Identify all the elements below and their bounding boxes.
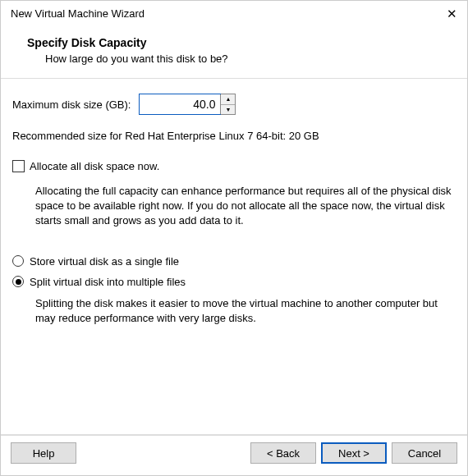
- storage-split-explain: Splitting the disk makes it easier to mo…: [35, 296, 451, 326]
- cancel-button[interactable]: Cancel: [392, 442, 457, 464]
- spinner-down-icon[interactable]: ▼: [221, 105, 235, 115]
- storage-split-row[interactable]: Split virtual disk into multiple files: [12, 276, 456, 288]
- header-section: Specify Disk Capacity How large do you w…: [1, 25, 467, 75]
- wizard-window: New Virtual Machine Wizard ✕ Specify Dis…: [0, 0, 468, 476]
- spinner-up-icon[interactable]: ▲: [221, 94, 235, 105]
- content-area: Maximum disk size (GB): ▲ ▼ Recommended …: [1, 79, 467, 431]
- page-subtitle: How large do you want this disk to be?: [45, 53, 447, 65]
- spinner-buttons: ▲ ▼: [220, 94, 235, 114]
- disk-size-label: Maximum disk size (GB):: [12, 98, 131, 111]
- storage-split-label: Split virtual disk into multiple files: [30, 276, 186, 288]
- disk-size-row: Maximum disk size (GB): ▲ ▼: [12, 94, 456, 115]
- allocate-explain: Allocating the full capacity can enhance…: [35, 184, 454, 229]
- footer: Help < Back Next > Cancel: [1, 435, 467, 475]
- page-title: Specify Disk Capacity: [27, 36, 447, 49]
- disk-size-spinner: ▲ ▼: [139, 94, 236, 115]
- window-title: New Virtual Machine Wizard: [11, 7, 145, 20]
- help-button[interactable]: Help: [11, 442, 76, 464]
- allocate-row[interactable]: Allocate all disk space now.: [12, 160, 456, 172]
- storage-single-label: Store virtual disk as a single file: [30, 255, 179, 268]
- next-button[interactable]: Next >: [321, 442, 387, 464]
- titlebar: New Virtual Machine Wizard ✕: [1, 1, 467, 25]
- allocate-checkbox[interactable]: [12, 160, 25, 172]
- storage-single-row[interactable]: Store virtual disk as a single file: [12, 255, 456, 268]
- storage-split-radio[interactable]: [12, 276, 24, 287]
- close-icon[interactable]: ✕: [446, 8, 457, 20]
- allocate-label: Allocate all disk space now.: [30, 160, 159, 172]
- recommended-text: Recommended size for Red Hat Enterprise …: [12, 130, 456, 142]
- storage-single-radio[interactable]: [12, 255, 24, 267]
- disk-size-input[interactable]: [140, 94, 220, 114]
- back-button[interactable]: < Back: [250, 442, 316, 464]
